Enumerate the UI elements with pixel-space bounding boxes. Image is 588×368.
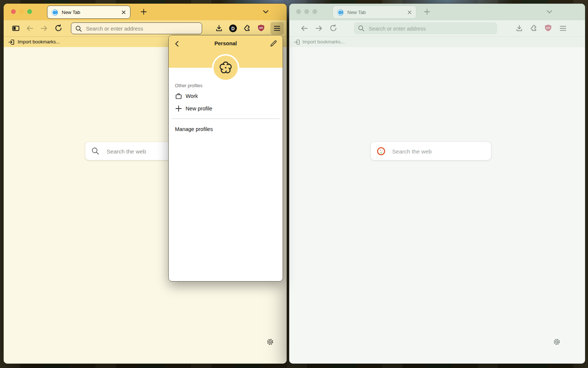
svg-text:D: D [231,26,234,31]
downloads-icon[interactable] [515,24,524,33]
forward-icon[interactable] [40,24,49,33]
other-profiles-label: Other profiles [175,83,202,88]
import-bookmarks-link[interactable]: Import bookmarks... [18,39,60,45]
search-icon [358,25,365,32]
zoom-window-button[interactable] [312,9,317,14]
zoom-window-button[interactable] [27,9,32,14]
back-icon[interactable] [25,24,34,33]
extensions-puzzle-icon[interactable] [243,24,252,33]
fire-clear-data-icon[interactable] [11,24,20,33]
navigation-toolbar: D uO [4,20,287,36]
manage-profiles-label: Manage profiles [175,126,213,132]
privacy-badge-icon[interactable]: D [229,24,237,32]
back-icon[interactable] [300,24,309,33]
search-icon [91,147,100,155]
tab-overflow-chevron-icon[interactable] [546,9,553,14]
ublock-shield-icon[interactable]: uO [257,24,265,32]
browser-window-secondary: New Tab [289,4,585,364]
web-search-box[interactable] [371,142,491,160]
tab-bar: New Tab [289,4,585,21]
profile-item-label: Work [186,93,198,99]
address-bar[interactable] [354,22,497,34]
plus-icon [175,105,183,113]
extensions-puzzle-icon[interactable] [530,24,538,33]
menu-button[interactable] [270,22,284,35]
ublock-shield-icon[interactable]: uO [544,24,552,32]
address-bar[interactable] [71,22,202,34]
settings-gear-icon[interactable] [266,338,274,346]
downloads-icon[interactable] [215,24,223,33]
tab-close-icon[interactable] [121,10,126,15]
menu-divider [172,118,280,119]
minimize-window-button[interactable] [304,9,309,14]
tab-title: New Tab [62,10,80,15]
web-search-input[interactable] [391,142,485,161]
new-tab-button[interactable] [140,8,147,15]
menu-icon[interactable] [559,24,567,32]
navigation-toolbar: uO [289,20,585,36]
reload-icon[interactable] [329,24,338,33]
profile-name-title: Personal [169,40,283,46]
tab-title: New Tab [347,10,366,15]
flower-icon [218,60,233,75]
import-bookmarks-link[interactable]: Import bookmarks... [302,39,345,45]
tab-bar: New Tab [4,4,287,21]
svg-text:uO: uO [546,26,550,29]
profile-item-work[interactable]: Work [169,91,283,102]
edit-pencil-icon[interactable] [269,39,277,47]
tab-close-icon[interactable] [407,10,412,15]
tab-new-tab[interactable]: New Tab [333,6,416,19]
import-bookmarks-icon [8,39,15,46]
profile-menu: Personal Other profiles Work [168,35,283,282]
briefcase-icon [175,92,183,100]
bookmarks-bar: Import bookmarks... [289,36,585,48]
tab-overflow-chevron-icon[interactable] [262,9,269,14]
duckduckgo-favicon-icon [51,9,58,16]
close-window-button[interactable] [11,9,16,14]
new-tab-page [289,47,585,364]
close-window-button[interactable] [296,9,301,14]
minimize-window-button[interactable] [19,9,24,14]
search-icon [75,25,82,32]
import-bookmarks-icon [294,39,301,46]
duckduckgo-logo-icon [377,147,386,156]
profile-avatar[interactable] [212,54,239,81]
tab-new-tab[interactable]: New Tab [47,6,130,19]
new-tab-button[interactable] [424,8,430,15]
reload-icon[interactable] [54,24,63,33]
forward-icon[interactable] [315,24,323,33]
svg-text:uO: uO [259,26,263,29]
address-input[interactable] [85,23,197,35]
address-input[interactable] [368,22,480,35]
manage-profiles-item[interactable]: Manage profiles [169,124,283,135]
profile-item-label: New profile [186,106,212,112]
duckduckgo-favicon-icon [337,9,344,16]
settings-gear-icon[interactable] [553,338,561,346]
profile-item-new-profile[interactable]: New profile [169,103,283,115]
